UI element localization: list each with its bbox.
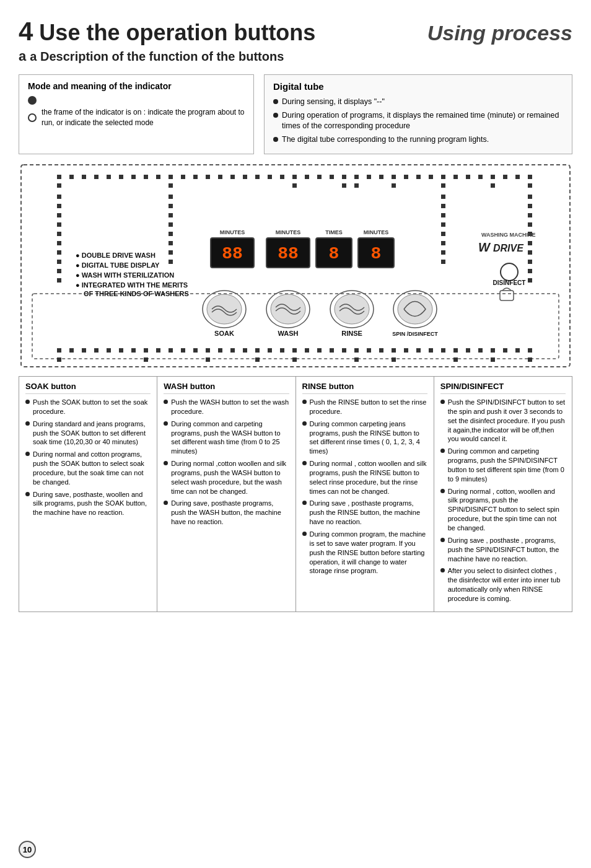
svg-rect-50 <box>57 195 61 199</box>
svg-rect-149 <box>404 348 408 353</box>
list-item: During common program, the machine is se… <box>302 530 427 576</box>
wash-title: WASH button <box>164 382 289 394</box>
li-dot <box>302 501 307 505</box>
list-item: The digital tube corresponding to the ru… <box>273 134 563 146</box>
empty-indicator <box>28 113 37 122</box>
svg-rect-134 <box>218 348 222 353</box>
svg-rect-49 <box>528 183 532 188</box>
bullet-dot <box>273 137 278 142</box>
svg-text:DISINFECT: DISINFECT <box>493 279 526 286</box>
svg-text:OF THREE KINDS OF WASHERS: OF THREE KINDS OF WASHERS <box>84 290 189 297</box>
svg-rect-163 <box>255 357 260 362</box>
svg-rect-138 <box>268 348 272 353</box>
indicator-filled-row <box>28 96 245 105</box>
svg-rect-14 <box>206 175 210 179</box>
spin-title: SPIN/DISINFECT <box>440 382 566 394</box>
svg-rect-156 <box>491 348 495 353</box>
list-item: During normal ,cotton woollen and silk p… <box>164 459 289 496</box>
svg-rect-145 <box>354 348 359 353</box>
svg-rect-146 <box>367 348 371 353</box>
svg-rect-83 <box>441 241 445 245</box>
svg-rect-21 <box>292 175 297 179</box>
svg-rect-165 <box>354 357 359 362</box>
info-row: Mode and meaning of the indicator the fr… <box>19 74 572 154</box>
spin-column: SPIN/DISINFECT Push the SPIN/DISINFCT bu… <box>434 377 572 612</box>
svg-rect-72 <box>169 213 173 217</box>
svg-rect-24 <box>330 175 334 179</box>
li-dot <box>25 452 30 456</box>
rinse-list: Push the RINSE button to set the rinse p… <box>302 398 427 576</box>
svg-rect-36 <box>478 175 483 179</box>
svg-rect-164 <box>292 357 297 362</box>
svg-rect-128 <box>144 348 148 353</box>
svg-text:MINUTES: MINUTES <box>364 229 389 235</box>
svg-rect-169 <box>528 357 532 362</box>
svg-rect-78 <box>441 195 445 199</box>
svg-rect-132 <box>193 348 198 353</box>
soak-column: SOAK button Push the SOAK button to set … <box>19 377 157 612</box>
digital-tube-box: Digital tube During sensing, it displays… <box>264 74 572 154</box>
svg-rect-136 <box>243 348 247 353</box>
list-item: During common and carpeting programs, pu… <box>440 447 566 483</box>
li-dot <box>440 489 445 493</box>
svg-rect-137 <box>255 348 260 353</box>
svg-rect-157 <box>503 348 507 353</box>
svg-rect-65 <box>528 241 532 245</box>
subsection-title: a a Description of the function of the b… <box>19 48 315 64</box>
svg-rect-61 <box>528 204 532 208</box>
list-item: During normal , cotton, woollen and silk… <box>440 487 566 533</box>
list-item: Push the SOAK button to set the soak pro… <box>25 398 151 416</box>
svg-rect-30 <box>404 175 408 179</box>
li-dot <box>302 461 307 465</box>
list-item: During save , posthaste programs, push t… <box>302 499 427 527</box>
svg-rect-45 <box>354 183 359 188</box>
list-item: During operation of programs, it display… <box>273 110 563 132</box>
svg-point-119 <box>398 294 432 324</box>
svg-rect-62 <box>528 213 532 217</box>
li-dot <box>164 421 168 426</box>
spin-list: Push the SPIN/DISINFCT button to set the… <box>440 398 566 603</box>
svg-point-106 <box>501 263 518 281</box>
svg-rect-58 <box>57 269 61 273</box>
svg-rect-32 <box>429 175 433 179</box>
svg-rect-71 <box>169 204 173 208</box>
wash-list: Push the WASH button to set the wash pro… <box>164 398 289 527</box>
soak-title: SOAK button <box>25 382 151 394</box>
svg-rect-12 <box>181 175 185 179</box>
li-dot <box>440 400 445 404</box>
svg-text:● INTEGRATED WITH THE MERITS: ● INTEGRATED WITH THE MERITS <box>76 281 188 289</box>
svg-rect-161 <box>144 357 148 362</box>
svg-rect-8 <box>131 175 136 179</box>
svg-rect-23 <box>317 175 322 179</box>
svg-rect-52 <box>57 213 61 217</box>
list-item: During common carpeting jeans programs, … <box>302 419 427 456</box>
bullet-dot <box>273 99 278 104</box>
svg-rect-31 <box>416 175 421 179</box>
svg-rect-40 <box>528 175 532 179</box>
header: 4 Use the operation buttons a a Descript… <box>19 19 572 64</box>
svg-rect-10 <box>156 175 160 179</box>
svg-rect-127 <box>131 348 136 353</box>
svg-text:SPIN /DISINFECT: SPIN /DISINFECT <box>392 331 438 337</box>
svg-text:● DIGITAL TUBE DISPLAY: ● DIGITAL TUBE DISPLAY <box>76 261 160 269</box>
svg-rect-155 <box>478 348 483 353</box>
svg-rect-131 <box>181 348 185 353</box>
svg-rect-27 <box>367 175 371 179</box>
soak-list: Push the SOAK button to set the soak pro… <box>25 398 151 517</box>
li-dot <box>302 421 307 426</box>
svg-rect-123 <box>82 348 86 353</box>
list-item: Push the WASH button to set the wash pro… <box>164 398 289 416</box>
svg-rect-85 <box>441 260 445 264</box>
svg-text:WASHING MACHINE: WASHING MACHINE <box>481 232 536 238</box>
li-dot <box>440 449 445 453</box>
svg-rect-124 <box>94 348 98 353</box>
svg-point-113 <box>271 294 305 324</box>
svg-text:DRIVE: DRIVE <box>493 243 524 253</box>
svg-rect-47 <box>441 183 445 188</box>
svg-rect-53 <box>57 222 61 227</box>
svg-rect-82 <box>441 232 445 236</box>
svg-rect-147 <box>379 348 383 353</box>
svg-text:● WASH WITH STERILIZATION: ● WASH WITH STERILIZATION <box>76 271 174 279</box>
svg-rect-57 <box>57 260 61 264</box>
svg-rect-129 <box>156 348 160 353</box>
